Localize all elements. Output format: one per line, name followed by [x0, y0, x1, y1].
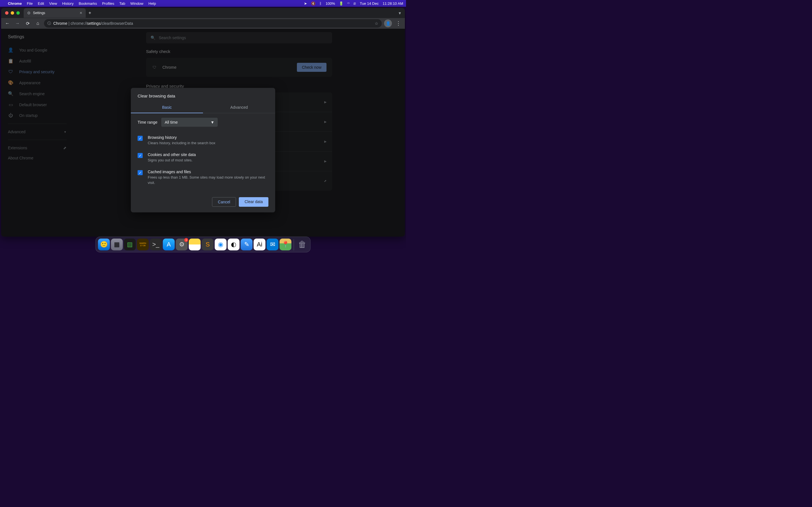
menu-view[interactable]: View	[49, 1, 57, 6]
check-title: Cached images and files	[148, 170, 268, 174]
dialog-body: Time range All time ▼ ✓ Browsing history…	[131, 113, 275, 193]
checkbox-cookies[interactable]: ✓	[138, 153, 143, 158]
dock-trash[interactable]: 🗑	[296, 238, 308, 250]
time-range-value: All time	[165, 120, 177, 124]
gear-icon: ⚙	[27, 11, 31, 15]
chrome-menu-button[interactable]: ⋮	[394, 20, 403, 26]
dock-chrome[interactable]: ◐	[228, 238, 240, 250]
dock-sublime-text[interactable]: S	[202, 238, 214, 250]
profile-button[interactable]: 👤	[384, 19, 392, 27]
battery-charging-icon: 🔋	[339, 1, 343, 6]
tab-search-icon[interactable]: ▾	[399, 10, 401, 16]
menu-window[interactable]: Window	[130, 1, 143, 6]
menu-help[interactable]: Help	[149, 1, 156, 6]
bluetooth-icon[interactable]: ᛒ	[319, 1, 322, 6]
notification-badge: 1	[185, 238, 188, 242]
menubar-time[interactable]: 11:28:10 AM	[383, 1, 403, 6]
dialog-actions: Cancel Clear data	[131, 193, 275, 212]
wifi-icon[interactable]: ⌔	[347, 1, 350, 6]
cancel-button[interactable]: Cancel	[212, 197, 236, 207]
menu-profiles[interactable]: Profiles	[102, 1, 114, 6]
omnibox[interactable]: ⓘ Chrome | chrome://settings/clearBrowse…	[44, 19, 382, 27]
dock-illustrator[interactable]: Ai	[254, 238, 266, 250]
dock-maps[interactable]: 📍	[280, 238, 292, 250]
check-row-cache: ✓ Cached images and files Frees up less …	[138, 166, 268, 188]
window-close-button[interactable]	[5, 11, 8, 15]
back-button[interactable]: ←	[3, 19, 11, 27]
tab-advanced[interactable]: Advanced	[203, 102, 275, 113]
window-zoom-button[interactable]	[16, 11, 20, 15]
tab-strip: ⚙ Settings ✕ + ▾	[1, 8, 405, 18]
omnibox-url: Chrome | chrome://settings/clearBrowserD…	[53, 21, 133, 25]
dock-activity-monitor[interactable]: ▨	[124, 238, 136, 250]
check-title: Browsing history	[148, 135, 268, 140]
macos-menubar: Chrome File Edit View History Bookmarks …	[0, 0, 406, 7]
control-center-icon[interactable]: ⎚	[354, 1, 356, 6]
time-range-row: Time range All time ▼	[138, 118, 268, 127]
tab-close-button[interactable]: ✕	[80, 11, 82, 15]
check-sub: Signs you out of most sites.	[148, 158, 268, 163]
check-sub: Frees up less than 1 MB. Some sites may …	[148, 175, 268, 185]
battery-percent: 100%	[326, 1, 335, 6]
tab-title: Settings	[33, 11, 45, 15]
window-minimize-button[interactable]	[11, 11, 14, 15]
menu-bookmarks[interactable]: Bookmarks	[79, 1, 97, 6]
chevron-down-icon: ▼	[210, 120, 214, 124]
person-icon: 👤	[386, 21, 391, 25]
check-row-browsing-history: ✓ Browsing history Clears history, inclu…	[138, 132, 268, 149]
dock-xcode[interactable]: ✎	[241, 238, 253, 250]
dock-terminal[interactable]: >_	[150, 238, 162, 250]
menu-file[interactable]: File	[27, 1, 33, 6]
check-row-cookies: ✓ Cookies and other site data Signs you …	[138, 149, 268, 166]
chrome-window: ⚙ Settings ✕ + ▾ ← → ⟳ ⌂ ⓘ Chrome | chro…	[1, 8, 405, 237]
dock-app-store[interactable]: A	[163, 238, 175, 250]
menu-edit[interactable]: Edit	[38, 1, 44, 6]
dock-console[interactable]: WARN17:36	[137, 238, 149, 250]
tab-basic[interactable]: Basic	[131, 102, 203, 113]
bookmark-star-icon[interactable]: ☆	[375, 21, 378, 25]
menu-history[interactable]: History	[62, 1, 73, 6]
dock-launchpad[interactable]: ▦	[111, 238, 123, 250]
browser-toolbar: ← → ⟳ ⌂ ⓘ Chrome | chrome://settings/cle…	[1, 18, 405, 29]
dock-notes[interactable]	[189, 238, 201, 250]
dialog-title: Clear browsing data	[131, 88, 275, 102]
macos-dock: 🙂 ▦ ▨ WARN17:36 >_ A ⚙1 S ◉ ◐ ✎ Ai ✉ 📍 🗑	[96, 237, 311, 252]
settings-page: Settings 👤You and Google 📋Autofill 🛡Priv…	[1, 29, 405, 237]
time-range-dropdown[interactable]: All time ▼	[161, 118, 218, 127]
reload-button[interactable]: ⟳	[24, 19, 32, 27]
dock-finder[interactable]: 🙂	[98, 238, 110, 250]
dock-system-preferences[interactable]: ⚙1	[176, 238, 188, 250]
menubar-date[interactable]: Tue 14 Dec	[360, 1, 378, 6]
time-range-label: Time range	[138, 120, 157, 124]
check-sub: Clears history, including in the search …	[148, 140, 268, 146]
location-icon[interactable]: ➤	[304, 1, 307, 6]
site-info-icon[interactable]: ⓘ	[47, 21, 51, 26]
dock-safari[interactable]: ◉	[215, 238, 227, 250]
checkbox-browsing-history[interactable]: ✓	[138, 136, 143, 141]
checkbox-cache[interactable]: ✓	[138, 170, 143, 175]
new-tab-button[interactable]: +	[89, 10, 91, 15]
clear-data-button[interactable]: Clear data	[239, 197, 268, 207]
check-title: Cookies and other site data	[148, 152, 268, 157]
home-button[interactable]: ⌂	[34, 19, 42, 27]
dock-outlook[interactable]: ✉	[267, 238, 278, 250]
menubar-app-name[interactable]: Chrome	[8, 1, 22, 6]
menu-tab[interactable]: Tab	[119, 1, 125, 6]
browser-tab[interactable]: ⚙ Settings ✕	[24, 8, 86, 18]
dialog-tabs: Basic Advanced	[131, 102, 275, 113]
window-controls	[3, 11, 20, 15]
volume-muted-icon[interactable]: 🔇	[311, 1, 315, 6]
forward-button[interactable]: →	[13, 19, 21, 27]
clear-browsing-data-dialog: Clear browsing data Basic Advanced Time …	[131, 88, 275, 212]
